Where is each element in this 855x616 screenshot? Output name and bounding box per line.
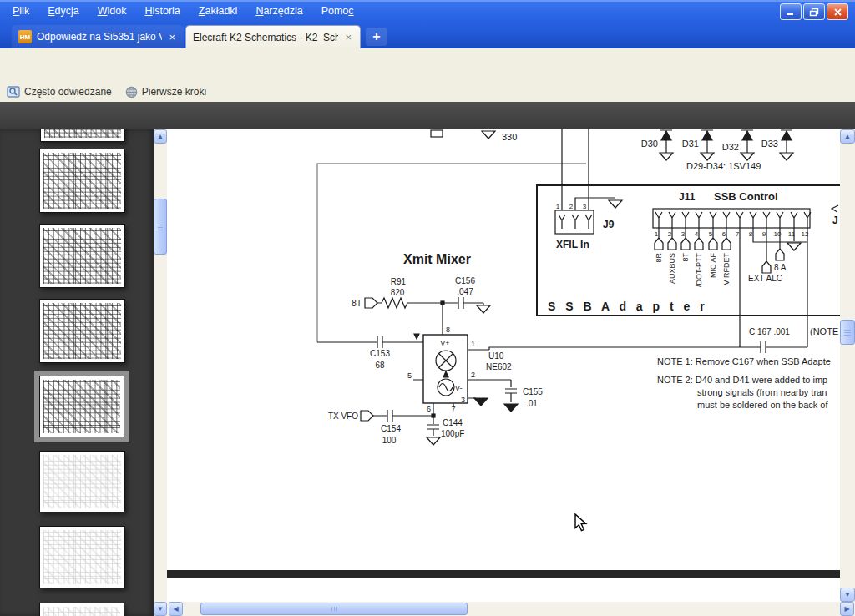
scroll-left-button[interactable]: ◀ bbox=[169, 602, 183, 616]
svg-text:5: 5 bbox=[709, 230, 713, 238]
menu-plik[interactable]: Plik bbox=[5, 3, 37, 21]
label-pin6: 6 bbox=[427, 405, 431, 413]
sidebar-scrollbar-thumb[interactable] bbox=[154, 199, 167, 255]
page-thumbnail-selected[interactable] bbox=[39, 376, 124, 437]
chevron-up-icon: ▲ bbox=[157, 134, 164, 140]
label-d31: D31 bbox=[682, 139, 699, 149]
label-ext-alc: EXT ALC bbox=[748, 274, 782, 283]
tab2-close-icon[interactable]: × bbox=[343, 32, 353, 43]
horizontal-scrollbar-thumb[interactable] bbox=[200, 603, 468, 615]
label-c155: C155 bbox=[523, 387, 543, 396]
label-c154-val: 100 bbox=[382, 436, 397, 445]
tab1-title: Odpowiedź na Si5351 jako VF... bbox=[37, 31, 162, 43]
page-thumbnail[interactable] bbox=[39, 149, 125, 213]
svg-text:11: 11 bbox=[788, 230, 796, 238]
page-separator bbox=[167, 570, 840, 578]
scroll-right-button[interactable]: ▶ bbox=[840, 602, 854, 616]
sidebar-scroll-up-button[interactable]: ▲ bbox=[154, 129, 167, 144]
page-thumbnail[interactable] bbox=[39, 451, 125, 512]
chevron-down-icon: ▼ bbox=[157, 606, 164, 613]
label-d30: D30 bbox=[641, 139, 658, 149]
label-diode-series: D29-D34: 1SV149 bbox=[686, 161, 761, 171]
chevron-left-icon: ◀ bbox=[173, 606, 178, 613]
label-330: 330 bbox=[502, 132, 517, 142]
note-2: NOTE 2: D40 and D41 were added to imp bbox=[657, 375, 827, 385]
menu-edycja[interactable]: Edycja bbox=[40, 3, 87, 21]
label-pin8: 8 bbox=[446, 326, 450, 334]
scroll-up-button[interactable]: ▲ bbox=[840, 129, 855, 144]
restore-button[interactable] bbox=[803, 3, 825, 20]
label-8t-pin: 8T bbox=[681, 253, 690, 262]
main-vertical-scrollbar[interactable] bbox=[840, 129, 855, 602]
cursor-arrow-icon bbox=[574, 513, 591, 532]
chevron-down-icon: ▼ bbox=[844, 592, 851, 598]
page-thumbnail[interactable] bbox=[39, 224, 125, 288]
tab-forum-page[interactable]: HM Odpowiedź na Si5351 jako VF... × bbox=[12, 25, 184, 48]
note-2c: must be soldered on the back of bbox=[697, 400, 828, 410]
window-controls bbox=[780, 3, 848, 20]
minimize-button[interactable] bbox=[780, 3, 802, 20]
bookmark-pierwsze-kroki[interactable]: Pierwsze kroki bbox=[119, 82, 213, 102]
label-v-rfdet: V RFDET bbox=[722, 253, 731, 285]
label-xmit-mixer: Xmit Mixer bbox=[403, 252, 471, 266]
label-vplus: V+ bbox=[440, 339, 449, 347]
page-thumbnail[interactable] bbox=[39, 299, 125, 363]
svg-text:3: 3 bbox=[583, 203, 587, 210]
label-ssb-adapter: S S B A d a p t e r bbox=[548, 300, 708, 313]
pdf-thumbnails-sidebar bbox=[0, 129, 154, 616]
page-thumbnail[interactable] bbox=[39, 603, 124, 616]
menu-pomoc[interactable]: Pomoc bbox=[314, 3, 362, 21]
page-thumbnail[interactable] bbox=[39, 526, 125, 588]
vertical-scrollbar-thumb[interactable] bbox=[840, 320, 855, 345]
j11-pin-glyphs bbox=[655, 212, 811, 228]
pdf-toolbar: Strona: z 31 − + 150% » bbox=[0, 102, 855, 129]
label-pin2: 2 bbox=[471, 371, 475, 379]
svg-text:9: 9 bbox=[762, 230, 766, 238]
menu-zakladki[interactable]: Zakładki bbox=[191, 3, 245, 21]
close-button[interactable] bbox=[827, 3, 848, 20]
svg-text:4: 4 bbox=[695, 230, 699, 238]
label-d32: D32 bbox=[722, 142, 739, 152]
tab1-close-icon[interactable]: × bbox=[167, 32, 177, 43]
label-c155-val: .01 bbox=[526, 399, 538, 408]
bookmark-label: Pierwsze kroki bbox=[142, 86, 206, 98]
navigation-toolbar: i bbox=[0, 48, 855, 83]
page-thumbnail[interactable] bbox=[40, 129, 125, 142]
label-tx-vfo: TX VFO bbox=[328, 412, 358, 421]
label-r91: R91 bbox=[391, 277, 407, 286]
svg-text:6: 6 bbox=[722, 230, 726, 238]
minimize-icon bbox=[786, 8, 796, 16]
note-2b: strong signals (from nearby tran bbox=[697, 387, 827, 397]
pdf-page-view: 330 D30 D31 D32 D33 D29-D34: 1SV149 J11 … bbox=[167, 129, 840, 602]
browser-window: Plik Edycja Widok Historia Zakładki Narz… bbox=[0, 0, 855, 616]
scrollbar-grip bbox=[158, 227, 163, 228]
label-c153: C153 bbox=[370, 349, 390, 358]
menu-widok[interactable]: Widok bbox=[90, 3, 134, 21]
menu-historia[interactable]: Historia bbox=[137, 3, 187, 21]
sidebar-scroll-down-button[interactable]: ▼ bbox=[154, 602, 167, 616]
svg-text:10: 10 bbox=[774, 230, 782, 238]
mouse-cursor bbox=[574, 513, 591, 535]
svg-text:3: 3 bbox=[681, 230, 686, 238]
chevron-right-icon: ▶ bbox=[844, 606, 849, 613]
label-c156-val: .047 bbox=[457, 287, 473, 296]
tab-pdf-active[interactable]: Elecraft K2 Schematics - K2_Sche... × bbox=[185, 25, 361, 48]
new-tab-button[interactable]: + bbox=[366, 28, 387, 46]
label-c156: C156 bbox=[455, 276, 475, 285]
label-8t: 8T bbox=[352, 299, 362, 308]
label-j11: J11 bbox=[679, 191, 696, 203]
close-icon bbox=[833, 8, 842, 17]
label-note1-ref: (NOTE 1 bbox=[810, 326, 840, 336]
label-xfil-in: XFIL In bbox=[556, 239, 589, 250]
scrollbar-grip bbox=[844, 332, 851, 333]
menubar: Plik Edycja Widok Historia Zakładki Narz… bbox=[5, 3, 362, 21]
label-r91-val: 820 bbox=[391, 288, 405, 297]
label-u10: U10 bbox=[488, 351, 504, 361]
scroll-down-button[interactable]: ▼ bbox=[840, 588, 855, 602]
label-vminus: V- bbox=[455, 384, 463, 392]
svg-text:1: 1 bbox=[556, 203, 560, 210]
label-ssb-control: SSB Control bbox=[714, 190, 778, 203]
label-c144: C144 bbox=[443, 418, 463, 427]
bookmark-czesto-odwiedzane[interactable]: Często odwiedzane bbox=[0, 82, 119, 102]
menu-narzedzia[interactable]: Narzędzia bbox=[248, 3, 310, 21]
